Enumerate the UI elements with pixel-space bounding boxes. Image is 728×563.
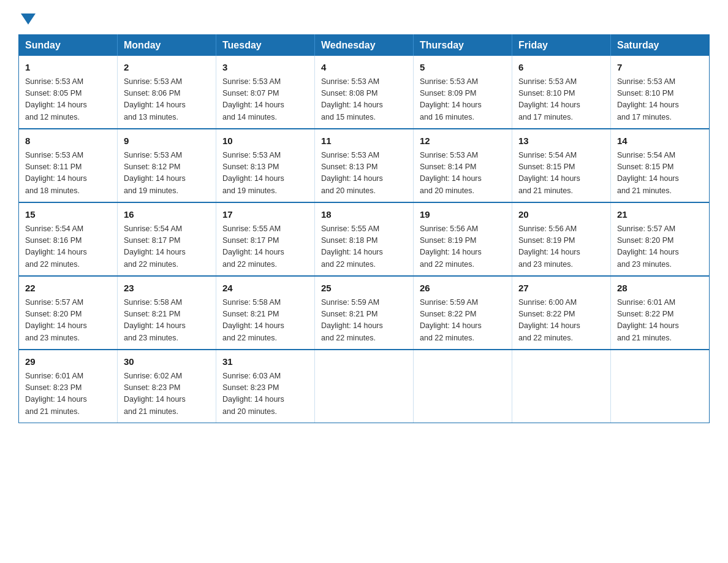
day-info: Sunrise: 6:00 AMSunset: 8:22 PMDaylight:… — [518, 297, 604, 345]
day-number: 5 — [420, 61, 506, 75]
day-number: 12 — [420, 134, 506, 148]
calendar-body: 1Sunrise: 5:53 AMSunset: 8:05 PMDaylight… — [19, 56, 710, 423]
header — [18, 12, 710, 23]
header-sunday: Sunday — [19, 35, 118, 56]
day-cell: 7Sunrise: 5:53 AMSunset: 8:10 PMDaylight… — [611, 56, 710, 129]
day-cell: 24Sunrise: 5:58 AMSunset: 8:21 PMDayligh… — [216, 276, 315, 350]
day-cell: 2Sunrise: 5:53 AMSunset: 8:06 PMDaylight… — [118, 56, 216, 129]
day-number: 23 — [124, 282, 210, 296]
day-info: Sunrise: 5:53 AMSunset: 8:12 PMDaylight:… — [124, 150, 210, 197]
day-number: 20 — [518, 208, 604, 222]
week-row-3: 15Sunrise: 5:54 AMSunset: 8:16 PMDayligh… — [19, 202, 710, 276]
header-row: SundayMondayTuesdayWednesdayThursdayFrid… — [19, 35, 710, 56]
day-cell: 15Sunrise: 5:54 AMSunset: 8:16 PMDayligh… — [19, 202, 118, 276]
day-number: 27 — [518, 282, 604, 296]
day-cell: 29Sunrise: 6:01 AMSunset: 8:23 PMDayligh… — [19, 350, 118, 423]
header-monday: Monday — [118, 35, 216, 56]
header-thursday: Thursday — [414, 35, 512, 56]
header-tuesday: Tuesday — [216, 35, 315, 56]
day-number: 31 — [222, 355, 308, 369]
day-info: Sunrise: 5:53 AMSunset: 8:06 PMDaylight:… — [124, 76, 210, 124]
day-cell: 13Sunrise: 5:54 AMSunset: 8:15 PMDayligh… — [512, 129, 611, 202]
day-info: Sunrise: 6:02 AMSunset: 8:23 PMDaylight:… — [124, 370, 210, 418]
day-cell: 11Sunrise: 5:53 AMSunset: 8:13 PMDayligh… — [315, 129, 414, 202]
day-number: 17 — [222, 208, 308, 222]
day-info: Sunrise: 5:56 AMSunset: 8:19 PMDaylight:… — [420, 223, 506, 271]
day-info: Sunrise: 5:53 AMSunset: 8:14 PMDaylight:… — [420, 150, 506, 197]
day-number: 8 — [25, 134, 111, 148]
day-cell: 14Sunrise: 5:54 AMSunset: 8:15 PMDayligh… — [611, 129, 710, 202]
day-cell: 10Sunrise: 5:53 AMSunset: 8:13 PMDayligh… — [216, 129, 315, 202]
day-number: 29 — [25, 355, 111, 369]
day-cell: 22Sunrise: 5:57 AMSunset: 8:20 PMDayligh… — [19, 276, 118, 350]
day-cell: 1Sunrise: 5:53 AMSunset: 8:05 PMDaylight… — [19, 56, 118, 129]
day-cell: 3Sunrise: 5:53 AMSunset: 8:07 PMDaylight… — [216, 56, 315, 129]
day-info: Sunrise: 5:59 AMSunset: 8:22 PMDaylight:… — [420, 297, 506, 345]
week-row-2: 8Sunrise: 5:53 AMSunset: 8:11 PMDaylight… — [19, 129, 710, 202]
day-number: 28 — [617, 282, 703, 296]
day-info: Sunrise: 5:58 AMSunset: 8:21 PMDaylight:… — [124, 297, 210, 345]
day-info: Sunrise: 5:54 AMSunset: 8:16 PMDaylight:… — [25, 223, 111, 271]
day-info: Sunrise: 6:01 AMSunset: 8:23 PMDaylight:… — [25, 370, 111, 418]
day-cell: 21Sunrise: 5:57 AMSunset: 8:20 PMDayligh… — [611, 202, 710, 276]
day-info: Sunrise: 5:53 AMSunset: 8:05 PMDaylight:… — [25, 76, 111, 124]
day-cell: 27Sunrise: 6:00 AMSunset: 8:22 PMDayligh… — [512, 276, 611, 350]
day-number: 30 — [124, 355, 210, 369]
day-number: 14 — [617, 134, 703, 148]
day-number: 11 — [321, 134, 407, 148]
header-friday: Friday — [512, 35, 611, 56]
day-number: 21 — [617, 208, 703, 222]
day-cell: 6Sunrise: 5:53 AMSunset: 8:10 PMDaylight… — [512, 56, 611, 129]
day-number: 6 — [518, 61, 604, 75]
day-cell: 12Sunrise: 5:53 AMSunset: 8:14 PMDayligh… — [414, 129, 512, 202]
day-number: 10 — [222, 134, 308, 148]
day-number: 13 — [518, 134, 604, 148]
day-info: Sunrise: 5:53 AMSunset: 8:10 PMDaylight:… — [518, 76, 604, 124]
calendar-table: SundayMondayTuesdayWednesdayThursdayFrid… — [18, 34, 710, 423]
day-info: Sunrise: 5:57 AMSunset: 8:20 PMDaylight:… — [25, 297, 111, 345]
day-number: 18 — [321, 208, 407, 222]
day-info: Sunrise: 5:59 AMSunset: 8:21 PMDaylight:… — [321, 297, 407, 345]
day-cell: 19Sunrise: 5:56 AMSunset: 8:19 PMDayligh… — [414, 202, 512, 276]
day-number: 16 — [124, 208, 210, 222]
day-cell: 20Sunrise: 5:56 AMSunset: 8:19 PMDayligh… — [512, 202, 611, 276]
calendar-header: SundayMondayTuesdayWednesdayThursdayFrid… — [19, 35, 710, 56]
day-info: Sunrise: 5:53 AMSunset: 8:10 PMDaylight:… — [617, 76, 703, 124]
week-row-5: 29Sunrise: 6:01 AMSunset: 8:23 PMDayligh… — [19, 350, 710, 423]
day-cell: 8Sunrise: 5:53 AMSunset: 8:11 PMDaylight… — [19, 129, 118, 202]
day-info: Sunrise: 5:54 AMSunset: 8:15 PMDaylight:… — [617, 150, 703, 197]
day-info: Sunrise: 5:53 AMSunset: 8:07 PMDaylight:… — [222, 76, 308, 124]
day-number: 7 — [617, 61, 703, 75]
day-cell: 28Sunrise: 6:01 AMSunset: 8:22 PMDayligh… — [611, 276, 710, 350]
day-info: Sunrise: 6:03 AMSunset: 8:23 PMDaylight:… — [222, 370, 308, 418]
day-info: Sunrise: 5:55 AMSunset: 8:17 PMDaylight:… — [222, 223, 308, 271]
day-number: 1 — [25, 61, 111, 75]
day-number: 19 — [420, 208, 506, 222]
day-cell: 4Sunrise: 5:53 AMSunset: 8:08 PMDaylight… — [315, 56, 414, 129]
day-number: 26 — [420, 282, 506, 296]
day-number: 3 — [222, 61, 308, 75]
day-cell: 26Sunrise: 5:59 AMSunset: 8:22 PMDayligh… — [414, 276, 512, 350]
day-cell: 23Sunrise: 5:58 AMSunset: 8:21 PMDayligh… — [118, 276, 216, 350]
day-info: Sunrise: 5:53 AMSunset: 8:11 PMDaylight:… — [25, 150, 111, 197]
day-info: Sunrise: 5:55 AMSunset: 8:18 PMDaylight:… — [321, 223, 407, 271]
day-number: 4 — [321, 61, 407, 75]
logo-blue-text — [18, 12, 36, 23]
day-info: Sunrise: 5:56 AMSunset: 8:19 PMDaylight:… — [518, 223, 604, 271]
day-info: Sunrise: 5:53 AMSunset: 8:13 PMDaylight:… — [222, 150, 308, 197]
day-info: Sunrise: 5:53 AMSunset: 8:09 PMDaylight:… — [420, 76, 506, 124]
day-cell: 30Sunrise: 6:02 AMSunset: 8:23 PMDayligh… — [118, 350, 216, 423]
day-info: Sunrise: 5:57 AMSunset: 8:20 PMDaylight:… — [617, 223, 703, 271]
day-cell — [512, 350, 611, 423]
logo — [18, 12, 36, 23]
day-cell: 17Sunrise: 5:55 AMSunset: 8:17 PMDayligh… — [216, 202, 315, 276]
day-number: 9 — [124, 134, 210, 148]
day-cell: 5Sunrise: 5:53 AMSunset: 8:09 PMDaylight… — [414, 56, 512, 129]
day-cell — [315, 350, 414, 423]
week-row-1: 1Sunrise: 5:53 AMSunset: 8:05 PMDaylight… — [19, 56, 710, 129]
day-cell — [611, 350, 710, 423]
day-info: Sunrise: 5:53 AMSunset: 8:13 PMDaylight:… — [321, 150, 407, 197]
day-cell: 25Sunrise: 5:59 AMSunset: 8:21 PMDayligh… — [315, 276, 414, 350]
day-cell: 18Sunrise: 5:55 AMSunset: 8:18 PMDayligh… — [315, 202, 414, 276]
day-number: 25 — [321, 282, 407, 296]
